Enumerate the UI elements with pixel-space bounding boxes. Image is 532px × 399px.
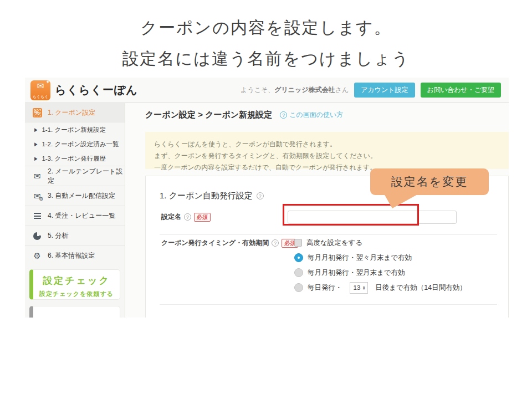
breadcrumb-row: クーポン設定 > クーポン新規設定 ? この画面の使い方: [145, 110, 343, 120]
help-icon[interactable]: ?: [184, 213, 191, 221]
days-value: 13: [354, 284, 361, 291]
coupon-settings-panel: 1. クーポン自動発行設定 ? 設定名 ? 必須 クーポン発行タイミング・有効期…: [145, 176, 509, 318]
company-name: グリニッジ株式会社: [274, 86, 335, 94]
sidebar-item-coupon-settings[interactable]: % 1. クーポン設定: [25, 103, 125, 122]
radio-selected[interactable]: [294, 253, 303, 262]
contact-button[interactable]: お問い合わせ・ご要望: [421, 83, 501, 98]
sidebar-subitem-label: 1-3. クーポン発行履歴: [42, 155, 106, 163]
sidebar-item-label: 6. 基本情報設定: [48, 251, 95, 260]
sidebar-item-mail-template[interactable]: ✉ 2. メールテンプレート設定: [25, 166, 125, 186]
settings-check-title: 設定チェック: [33, 274, 120, 287]
radio-label: 毎月月初発行・翌月末まで有効: [308, 268, 405, 278]
radio-option-month-start-next-month[interactable]: 毎月月初発行・翌月末まで有効: [294, 268, 467, 278]
arrow-down-icon: ▼: [362, 288, 365, 290]
timing-options: 高度な設定をする 毎月月初発行・翌々月末まで有効 毎月月初発行・翌月末まで有効 …: [294, 238, 467, 293]
coupon-percent-icon: %: [32, 108, 43, 117]
pie-chart-icon: [32, 232, 43, 240]
sidebar-subitem-label: 1-2. クーポン設定済み一覧: [42, 140, 119, 149]
sidebar-subitem-coupon-issue-history[interactable]: ▶ 1-3. クーポン発行履歴: [25, 151, 125, 166]
callout-bubble: 設定名を変更: [370, 168, 489, 195]
daily-suffix: 日後まで有効（14日間有効）: [375, 283, 467, 293]
sidebar-subitem-coupon-configured-list[interactable]: ▶ 1-2. クーポン設定済み一覧: [25, 137, 125, 151]
sidebar-subitem-coupon-new[interactable]: ▶ 1-1. クーポン新規設定: [25, 122, 125, 137]
slide-title-line2: 設定名には違う名前をつけましょう: [0, 48, 532, 70]
setting-name-label: 設定名: [161, 212, 181, 222]
app-name: らくらくーぽん: [55, 83, 138, 98]
screen-help-link[interactable]: ? この画面の使い方: [280, 110, 343, 120]
settings-check-card[interactable]: 設定チェック 設定チェックを依頼する: [29, 269, 120, 300]
stepper-arrows-icon[interactable]: ▲ ▼: [362, 285, 365, 290]
gear-icon: ⚙: [32, 252, 43, 260]
radio-option-daily-issue[interactable]: 毎日発行・ 13 ▲ ▼ 日後まで有効（14日間有効）: [294, 283, 467, 293]
slide-title-line1: クーポンの内容を設定します。: [0, 17, 532, 39]
app-logo[interactable]: ✉ ✦ らくらく らくらくーぽん: [30, 80, 138, 100]
sidebar-item-auto-mail[interactable]: ✉⚙ 3. 自動メール配信設定: [25, 186, 125, 206]
divider: [160, 304, 497, 305]
sidebar-item-label: 2. メールテンプレート設定: [48, 167, 125, 186]
checkbox-label: 高度な設定をする: [306, 238, 362, 248]
sidebar-subitem-label: 1-1. クーポン新規設定: [42, 126, 106, 134]
notice-line: まず、クーポンを発行するタイミングと、有効期限を設定してください。: [154, 150, 500, 162]
sidebar-item-orders-reviews[interactable]: 4. 受注・レビュー一覧: [25, 206, 125, 226]
sidebar-item-label: 4. 受注・レビュー一覧: [48, 211, 115, 221]
welcome-text: ようこそ、グリニッジ株式会社さん: [241, 85, 349, 95]
welcome-suffix: さん: [335, 86, 349, 94]
chevron-right-icon: ▶: [34, 127, 37, 132]
radio-label: 毎月月初発行・翌々月末まで有効: [308, 253, 412, 263]
logo-envelope-icon: ✉ ✦ らくらく: [30, 80, 50, 100]
header-right: ようこそ、グリニッジ株式会社さん アカウント設定 お問い合わせ・ご要望: [241, 83, 501, 98]
notice-box: らくらくーぽんを使うと、クーポンが自動で発行されます。 まず、クーポンを発行する…: [145, 132, 509, 169]
app-screenshot: ✉ ✦ らくらく らくらくーぽん ようこそ、グリニッジ株式会社さん アカウント設…: [25, 78, 509, 318]
account-settings-button[interactable]: アカウント設定: [354, 83, 415, 98]
envelope-icon: ✉: [32, 172, 43, 180]
required-badge: 必須: [194, 213, 211, 222]
list-icon: [32, 213, 43, 219]
sidebar-item-analytics[interactable]: 5. 分析: [25, 226, 125, 245]
setting-name-label-row: 設定名 ? 必須: [161, 212, 211, 222]
radio-unselected[interactable]: [294, 283, 303, 292]
divider: [160, 234, 497, 235]
mail-gear-icon: ✉⚙: [32, 192, 43, 200]
days-stepper[interactable]: 13 ▲ ▼: [350, 282, 369, 294]
radio-unselected[interactable]: [294, 268, 303, 277]
welcome-prefix: ようこそ、: [241, 86, 274, 94]
section-title: 1. クーポン自動発行設定: [160, 191, 253, 201]
help-icon[interactable]: ?: [272, 239, 279, 247]
daily-prefix: 毎日発行・: [308, 283, 342, 293]
help-link-label: この画面の使い方: [289, 110, 343, 120]
breadcrumb: クーポン設定 > クーポン新規設定: [145, 110, 272, 120]
sidebar-partial-card[interactable]: [29, 306, 120, 318]
sidebar-item-label: 5. 分析: [48, 231, 68, 241]
app-header: ✉ ✦ らくらく らくらくーぽん ようこそ、グリニッジ株式会社さん アカウント設…: [25, 78, 509, 103]
radio-option-month-start-2months[interactable]: 毎月月初発行・翌々月末まで有効: [294, 253, 467, 263]
chevron-right-icon: ▶: [34, 156, 37, 161]
settings-check-subtitle: 設定チェックを依頼する: [33, 290, 120, 298]
help-icon: ?: [280, 111, 287, 119]
advanced-settings-checkbox[interactable]: [294, 239, 302, 247]
red-highlight-box: [283, 204, 419, 226]
sidebar: % 1. クーポン設定 ▶ 1-1. クーポン新規設定 ▶ 1-2. クーポン設…: [25, 103, 125, 318]
help-icon[interactable]: ?: [257, 192, 264, 200]
advanced-settings-option[interactable]: 高度な設定をする: [294, 238, 467, 248]
chevron-right-icon: ▶: [34, 141, 37, 147]
logo-text: らくらく: [30, 95, 50, 99]
sidebar-item-label: 1. クーポン設定: [48, 108, 95, 117]
sidebar-item-label: 3. 自動メール配信設定: [48, 191, 115, 201]
timing-label: クーポン発行タイミング・有効期間: [161, 238, 269, 248]
sparkle-icon: ✦: [45, 80, 50, 85]
timing-label-row: クーポン発行タイミング・有効期間 ? 必須: [161, 238, 298, 248]
sidebar-item-basic-info[interactable]: ⚙ 6. 基本情報設定: [25, 245, 125, 265]
notice-line: らくらくーぽんを使うと、クーポンが自動で発行されます。: [154, 139, 500, 150]
